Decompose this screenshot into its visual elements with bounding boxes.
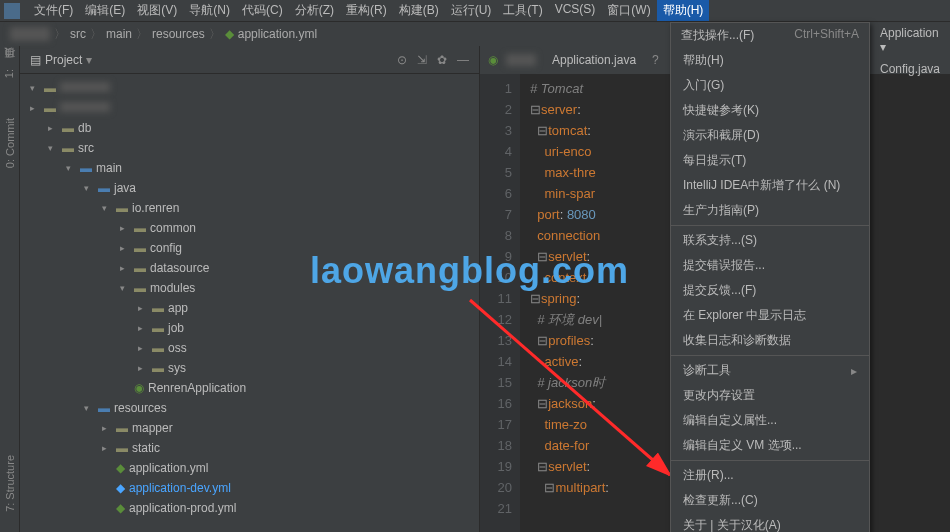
rail-project[interactable]: 1: 项目 [2,66,17,78]
tab-dropdown[interactable]: Application ▾ [874,22,950,58]
gear-icon[interactable]: ✿ [437,53,447,67]
tree-row[interactable]: ▾▬main [20,158,479,178]
crumb[interactable]: resources [152,27,205,41]
tree-row[interactable]: ▾▬io.renren [20,198,479,218]
menu-item[interactable]: 重构(R) [340,0,393,21]
tree-label: application-dev.yml [129,481,231,495]
help-search[interactable]: 查找操作...(F) [681,27,754,44]
menu-item[interactable]: 导航(N) [183,0,236,21]
help-item-label: 联系支持...(S) [683,232,757,249]
chevron-icon: ▸ [138,363,148,373]
chevron-icon: ▾ [120,283,130,293]
crumb[interactable]: src [70,27,86,41]
tree-row[interactable]: ▸▬static [20,438,479,458]
tree-row[interactable]: ▸▬db [20,118,479,138]
tree-label: job [168,321,184,335]
help-item[interactable]: 快捷键参考(K) [671,98,869,123]
help-item[interactable]: 注册(R)... [671,463,869,488]
tree-label: app [168,301,188,315]
hide-icon[interactable]: — [457,53,469,67]
help-item-label: 快捷键参考(K) [683,102,759,119]
folder-icon: ▬ [134,241,146,255]
menu-item[interactable]: 窗口(W) [601,0,656,21]
chevron-right-icon: 〉 [90,26,102,43]
tree-row[interactable]: ▸▬mapper [20,418,479,438]
tree-label: application-prod.yml [129,501,236,515]
menubar: 文件(F)编辑(E)视图(V)导航(N)代码(C)分析(Z)重构(R)构建(B)… [0,0,950,22]
menu-item[interactable]: 文件(F) [28,0,79,21]
chevron-icon: ▸ [102,443,112,453]
chevron-icon: ▸ [138,343,148,353]
help-item[interactable]: 入门(G) [671,73,869,98]
tree-label: datasource [150,261,209,275]
help-item[interactable]: 编辑自定义 VM 选项... [671,433,869,458]
chevron-icon: ▾ [66,163,76,173]
tree-row[interactable]: ◉RenrenApplication [20,378,479,398]
select-opened-icon[interactable]: ⊙ [397,53,407,67]
menu-item[interactable]: 工具(T) [497,0,548,21]
menu-item[interactable]: 运行(U) [445,0,498,21]
help-item[interactable]: 在 Explorer 中显示日志 [671,303,869,328]
annotation-arrow [460,290,700,490]
tree-row[interactable]: ◆application.yml [20,458,479,478]
yml-file-icon: ◆ [116,461,125,475]
help-item[interactable]: 联系支持...(S) [671,228,869,253]
tree-label: mapper [132,421,173,435]
tree-row[interactable]: ◆application-prod.yml [20,498,479,518]
tree-row[interactable]: ▾▬resources [20,398,479,418]
chevron-icon: ▾ [48,143,58,153]
help-item[interactable]: 帮助(H) [671,48,869,73]
tree-row[interactable]: ◆application-dev.yml [20,478,479,498]
menu-item[interactable]: VCS(S) [549,0,602,21]
tree-row[interactable]: ▾▬ [20,78,479,98]
menu-item[interactable]: 视图(V) [131,0,183,21]
help-item[interactable]: 诊断工具▸ [671,358,869,383]
help-item[interactable]: 收集日志和诊断数据 [671,328,869,353]
help-item[interactable]: 关于 | 关于汉化(A) [671,513,869,532]
help-item-label: 入门(G) [683,77,724,94]
tree-row[interactable]: ▸▬ [20,98,479,118]
tab-config[interactable]: Config.java [874,58,950,80]
menu-item[interactable]: 帮助(H) [657,0,710,21]
tree-row[interactable]: ▸▬common [20,218,479,238]
tree-row[interactable]: ▸▬sys [20,358,479,378]
project-icon: ▤ [30,53,41,67]
help-item-label: 收集日志和诊断数据 [683,332,791,349]
help-item[interactable]: 更改内存设置 [671,383,869,408]
tree-row[interactable]: ▸▬oss [20,338,479,358]
tree-row[interactable]: ▸▬job [20,318,479,338]
menu-item[interactable]: 分析(Z) [289,0,340,21]
menu-item[interactable]: 构建(B) [393,0,445,21]
tree-row[interactable]: ▾▬java [20,178,479,198]
chevron-right-icon: 〉 [209,26,221,43]
chevron-icon: ▸ [120,223,130,233]
help-item[interactable]: 编辑自定义属性... [671,408,869,433]
help-item[interactable]: 提交反馈...(F) [671,278,869,303]
help-item[interactable]: 检查更新...(C) [671,488,869,513]
help-item[interactable]: 每日提示(T) [671,148,869,173]
rail-structure[interactable]: 7: Structure [4,455,16,512]
help-item[interactable]: 生产力指南(P) [671,198,869,223]
run-icon[interactable]: ◉ [488,53,498,67]
menu-item[interactable]: 编辑(E) [79,0,131,21]
tree-label: application.yml [129,461,208,475]
chevron-down-icon[interactable]: ▾ [86,53,92,67]
rail-commit[interactable]: 0: Commit [4,118,16,168]
class-icon: ◉ [134,381,144,395]
expand-all-icon[interactable]: ⇲ [417,53,427,67]
menu-item[interactable]: 代码(C) [236,0,289,21]
tree-label: RenrenApplication [148,381,246,395]
tree-row[interactable]: ▾▬src [20,138,479,158]
yml-file-icon: ◆ [225,27,234,41]
tab-application[interactable]: Application.java [544,49,644,71]
help-item[interactable]: 演示和截屏(D) [671,123,869,148]
help-item[interactable]: IntelliJ IDEA中新增了什么 (N) [671,173,869,198]
help-icon[interactable]: ? [652,53,659,67]
project-tree[interactable]: ▾▬▸▬▸▬db▾▬src▾▬main▾▬java▾▬io.renren▸▬co… [20,74,479,532]
help-item[interactable]: 提交错误报告... [671,253,869,278]
crumb[interactable]: application.yml [238,27,317,41]
crumb[interactable]: main [106,27,132,41]
tree-row[interactable]: ▸▬app [20,298,479,318]
folder-icon: ▬ [116,201,128,215]
tab-blurred [506,54,536,66]
